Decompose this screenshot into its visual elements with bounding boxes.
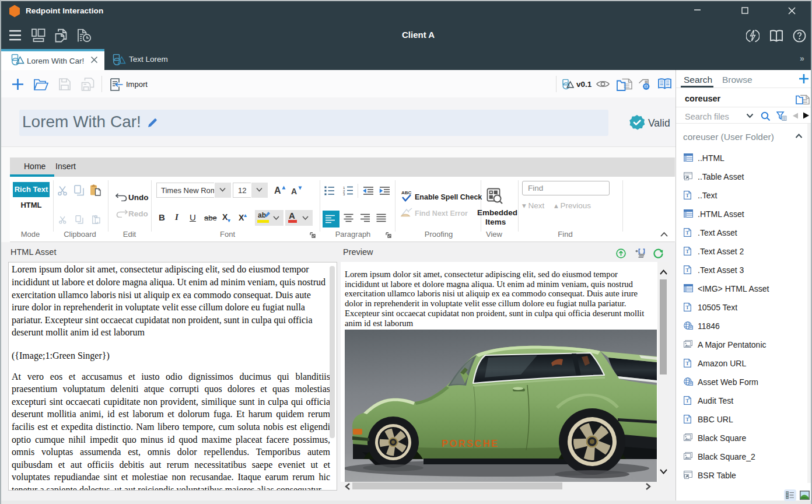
- svg-text:T: T: [685, 360, 689, 366]
- svg-text:T: T: [685, 192, 689, 198]
- svg-text:3: 3: [343, 192, 345, 195]
- svg-text:T: T: [685, 230, 689, 236]
- svg-text:T: T: [685, 398, 689, 404]
- svg-text:T: T: [685, 249, 689, 254]
- svg-text:T: T: [685, 304, 689, 310]
- svg-text:PORSCHE: PORSCHE: [442, 438, 499, 449]
- svg-text:T: T: [685, 416, 689, 422]
- svg-text:T: T: [685, 267, 689, 273]
